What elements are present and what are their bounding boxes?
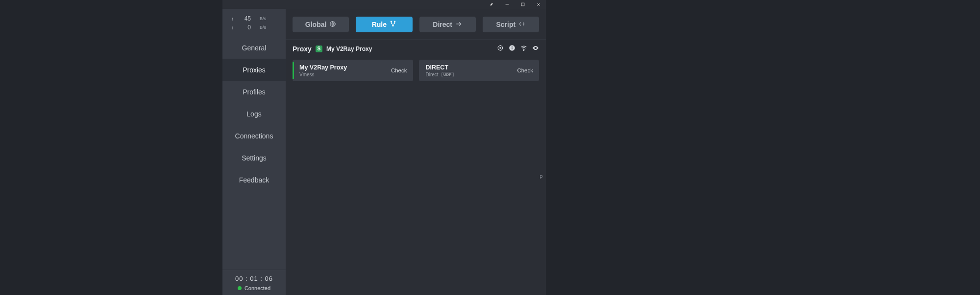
proxy-card[interactable]: DIRECT Direct UDP Check: [419, 60, 539, 81]
group-header[interactable]: Proxy S My V2Ray Proxy: [286, 40, 546, 57]
nav-item-logs[interactable]: Logs: [222, 103, 286, 125]
mode-global[interactable]: Global: [293, 17, 349, 32]
nav-label: Proxies: [243, 66, 266, 74]
svg-point-9: [499, 47, 501, 49]
svg-rect-12: [512, 47, 512, 49]
status-label: Connected: [245, 285, 270, 291]
nav-item-connections[interactable]: Connections: [222, 125, 286, 147]
upload-value: 45: [240, 15, 251, 22]
eye-icon[interactable]: [532, 45, 539, 53]
group-subtitle: My V2Ray Proxy: [326, 45, 372, 52]
minimize-icon[interactable]: [504, 1, 511, 8]
main-body: Proxy S My V2Ray Proxy My V2Ray Proxy: [286, 40, 546, 295]
group-tools: [497, 45, 539, 53]
nav-item-proxies[interactable]: Proxies: [222, 59, 286, 81]
nav-label: Feedback: [239, 176, 269, 184]
mode-label: Script: [496, 21, 516, 28]
maximize-icon[interactable]: [519, 1, 526, 8]
sidebar-status: 00 : 01 : 06 Connected: [222, 270, 286, 295]
close-icon[interactable]: [535, 1, 542, 8]
nav-item-profiles[interactable]: Profiles: [222, 81, 286, 103]
arrow-up-icon: ↑: [231, 16, 235, 22]
card-title: My V2Ray Proxy: [299, 64, 347, 71]
nav-label: Connections: [235, 132, 273, 140]
connection-time: 00 : 01 : 06: [235, 275, 273, 282]
udp-chip: UDP: [441, 72, 454, 77]
card-texts: My V2Ray Proxy Vmess: [299, 64, 347, 77]
nav: General Proxies Profiles Logs Connection…: [222, 37, 286, 191]
check-button[interactable]: Check: [517, 68, 533, 73]
pin-icon[interactable]: [488, 1, 495, 8]
svg-rect-1: [521, 3, 524, 6]
proxy-card[interactable]: My V2Ray Proxy Vmess Check: [293, 60, 413, 81]
svg-point-15: [535, 47, 536, 48]
nav-item-feedback[interactable]: Feedback: [222, 169, 286, 191]
mode-label: Global: [305, 21, 327, 28]
proxy-cards: My V2Ray Proxy Vmess Check DIRECT Direct: [286, 57, 546, 81]
mode-label: Direct: [433, 21, 452, 28]
app-window: ↑ 45 B/s ↓ 0 B/s General Proxies Profile…: [222, 0, 546, 295]
group-title: Proxy: [293, 45, 312, 53]
location-icon[interactable]: [497, 45, 504, 53]
svg-point-13: [512, 46, 513, 47]
mode-rule[interactable]: Rule: [356, 17, 412, 32]
svg-point-5: [391, 21, 392, 22]
mode-script[interactable]: Script: [483, 17, 539, 32]
mode-label: Rule: [372, 21, 387, 28]
sidebar: ↑ 45 B/s ↓ 0 B/s General Proxies Profile…: [222, 9, 286, 295]
card-subtitle: Vmess: [299, 72, 347, 77]
card-protocol: Direct: [426, 72, 439, 77]
card-protocol: Vmess: [299, 72, 315, 77]
nav-item-settings[interactable]: Settings: [222, 147, 286, 169]
script-icon: [518, 21, 525, 29]
nav-label: Logs: [246, 110, 261, 118]
upload-speed: ↑ 45 B/s: [231, 15, 281, 22]
nav-label: General: [242, 44, 267, 52]
arrow-right-icon: [455, 21, 462, 29]
group-badge: S: [316, 45, 322, 52]
mode-tabs: Global Rule Direct Script: [286, 9, 546, 40]
card-subtitle: Direct UDP: [426, 72, 454, 77]
branch-icon: [390, 21, 396, 29]
nav-item-general[interactable]: General: [222, 37, 286, 59]
download-unit: B/s: [260, 25, 266, 30]
download-speed: ↓ 0 B/s: [231, 24, 281, 31]
speed-box: ↑ 45 B/s ↓ 0 B/s: [222, 9, 286, 37]
svg-point-6: [394, 21, 395, 22]
svg-point-7: [392, 25, 393, 26]
main: Global Rule Direct Script Pr: [286, 9, 546, 295]
status-dot-icon: [238, 286, 242, 290]
check-button[interactable]: Check: [391, 68, 407, 73]
download-value: 0: [240, 24, 251, 31]
arrow-down-icon: ↓: [231, 25, 235, 30]
card-texts: DIRECT Direct UDP: [426, 64, 454, 77]
content: ↑ 45 B/s ↓ 0 B/s General Proxies Profile…: [222, 9, 546, 295]
connection-status: Connected: [238, 285, 270, 291]
card-title: DIRECT: [426, 64, 454, 71]
wifi-icon[interactable]: [520, 45, 527, 53]
svg-point-14: [523, 50, 524, 51]
info-icon[interactable]: [509, 45, 515, 53]
titlebar: [222, 0, 546, 9]
upload-unit: B/s: [260, 16, 266, 21]
mode-direct[interactable]: Direct: [419, 17, 476, 32]
scrollbar-index-letter[interactable]: P: [539, 175, 543, 180]
globe-icon: [329, 21, 336, 29]
nav-label: Profiles: [243, 88, 266, 96]
nav-label: Settings: [242, 154, 267, 162]
